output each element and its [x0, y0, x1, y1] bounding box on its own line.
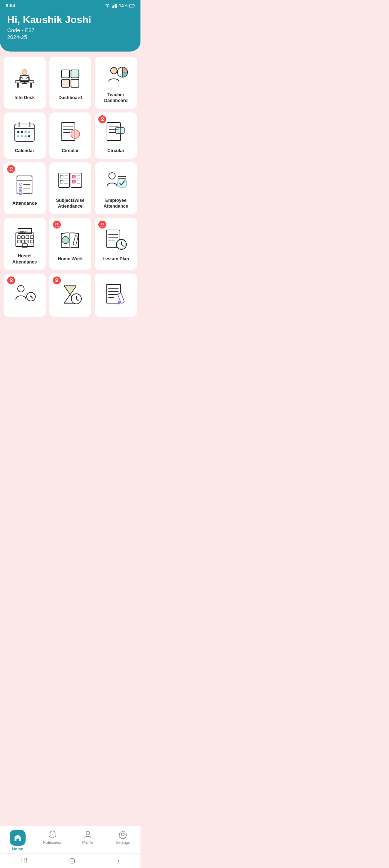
- svg-point-95: [121, 244, 122, 245]
- svg-point-13: [22, 70, 27, 75]
- svg-point-30: [24, 135, 27, 137]
- attendance-badge-icon: [9, 167, 14, 171]
- grid-item-14[interactable]: [49, 274, 91, 317]
- svg-point-86: [102, 223, 104, 225]
- circular2-icon: [106, 120, 126, 143]
- main-grid: Info Desk Dashboard Teach: [0, 52, 140, 322]
- battery-icon: [129, 4, 135, 8]
- document-pen-icon: [104, 283, 128, 305]
- svg-rect-9: [30, 83, 32, 87]
- attendance-icon: [14, 173, 35, 195]
- svg-point-18: [111, 67, 117, 74]
- grid-item-circular[interactable]: ! Circular: [49, 112, 91, 159]
- homework-badge: [53, 221, 61, 229]
- grid-item-dashboard[interactable]: Dashboard: [49, 57, 91, 109]
- svg-point-97: [18, 285, 24, 292]
- svg-point-25: [21, 131, 23, 133]
- homework-label: Home Work: [58, 256, 82, 262]
- svg-point-44: [10, 167, 12, 169]
- teacher-dashboard-label: Teacher Dashboard: [98, 92, 134, 104]
- svg-rect-15: [71, 70, 79, 78]
- wifi-icon: [104, 4, 110, 8]
- grid-item-15[interactable]: [95, 274, 137, 317]
- svg-point-68: [117, 178, 127, 188]
- svg-rect-1: [113, 5, 114, 8]
- grid-item-teacher-dashboard[interactable]: Teacher Dashboard: [95, 57, 137, 109]
- item13-badge-icon: [9, 278, 14, 283]
- svg-rect-16: [62, 79, 70, 87]
- person-clock-icon: [13, 283, 36, 305]
- attendance-badge: [7, 165, 15, 173]
- svg-rect-78: [17, 240, 20, 243]
- svg-rect-57: [60, 180, 63, 183]
- calendar-icon: [13, 120, 36, 143]
- svg-point-26: [24, 131, 27, 133]
- circular-label: Circular: [62, 148, 79, 154]
- grid-item-subjectwise[interactable]: Subjectswise Attendance: [49, 162, 91, 214]
- employee-attendance-icon: [104, 170, 128, 192]
- svg-point-102: [56, 279, 58, 281]
- status-icons: 14%: [104, 3, 135, 8]
- status-bar: 9:54 14%: [0, 0, 140, 10]
- svg-point-67: [109, 173, 115, 179]
- greeting: Hi, Kaushik Joshi: [7, 14, 133, 26]
- user-code: Code - E37: [7, 27, 133, 33]
- svg-text:!: !: [74, 132, 76, 137]
- lesson-plan-icon: [104, 229, 128, 251]
- grid-item-lesson-plan[interactable]: Lesson Plan: [95, 218, 137, 270]
- svg-rect-84: [73, 236, 78, 245]
- svg-point-96: [10, 279, 12, 281]
- svg-point-38: [102, 118, 104, 120]
- svg-point-108: [76, 298, 77, 300]
- svg-rect-5: [134, 5, 135, 6]
- circular2-badge: [98, 115, 106, 123]
- grid-item-circular2[interactable]: Circular: [95, 112, 137, 159]
- calendar-label: Calendar: [15, 148, 35, 154]
- grid-item-13[interactable]: [4, 274, 46, 317]
- grid-item-info-desk[interactable]: Info Desk: [4, 57, 46, 109]
- grid-item-hostel-attendance[interactable]: HOSTEL Hostel Attendance: [4, 218, 46, 270]
- svg-point-28: [17, 135, 19, 137]
- lesson-plan-label: Lesson Plan: [103, 256, 129, 262]
- svg-rect-75: [22, 236, 24, 239]
- svg-rect-61: [72, 175, 75, 178]
- attendance-label: Attendance: [12, 200, 37, 206]
- hourglass-icon: [58, 283, 82, 305]
- subjectwise-icon: [58, 170, 82, 192]
- time: 9:54: [6, 3, 15, 8]
- person-badge-icon: [100, 117, 105, 121]
- info-desk-label: Info Desk: [14, 95, 35, 101]
- svg-point-83: [56, 223, 58, 225]
- info-desk-icon: [12, 68, 37, 89]
- svg-rect-17: [71, 79, 79, 87]
- svg-rect-77: [30, 236, 33, 239]
- svg-rect-64: [72, 180, 75, 183]
- svg-point-31: [28, 135, 30, 137]
- svg-rect-6: [129, 5, 130, 7]
- svg-point-101: [30, 296, 32, 297]
- lesson-plan-badge-icon: [100, 222, 105, 227]
- employee-attendance-label: Employee Attendance: [98, 198, 134, 209]
- svg-point-85: [62, 236, 69, 244]
- grid-item-homework[interactable]: Home Work: [49, 218, 91, 270]
- homework-badge-icon: [54, 222, 59, 227]
- grid-item-employee-attendance[interactable]: Employee Attendance: [95, 162, 137, 214]
- svg-rect-76: [26, 236, 29, 239]
- academic-year: 2024-25: [7, 34, 133, 40]
- svg-rect-14: [62, 70, 70, 78]
- grid-item-attendance[interactable]: Attendance: [4, 162, 46, 214]
- item14-badge-icon: [54, 278, 59, 283]
- svg-point-24: [17, 131, 19, 133]
- subjectwise-label: Subjectswise Attendance: [52, 198, 89, 209]
- grid-item-calendar[interactable]: Calendar: [4, 112, 46, 159]
- item13-badge: [7, 276, 15, 284]
- circular-icon: !: [60, 120, 81, 143]
- svg-rect-43: [116, 128, 124, 133]
- svg-rect-2: [115, 4, 116, 8]
- hostel-icon: HOSTEL: [13, 226, 36, 248]
- svg-rect-71: [16, 233, 34, 247]
- signal-icon: [112, 4, 117, 8]
- svg-text:HOSTEL: HOSTEL: [19, 230, 31, 234]
- circular2-label: Circular: [107, 148, 124, 154]
- svg-point-27: [28, 131, 30, 133]
